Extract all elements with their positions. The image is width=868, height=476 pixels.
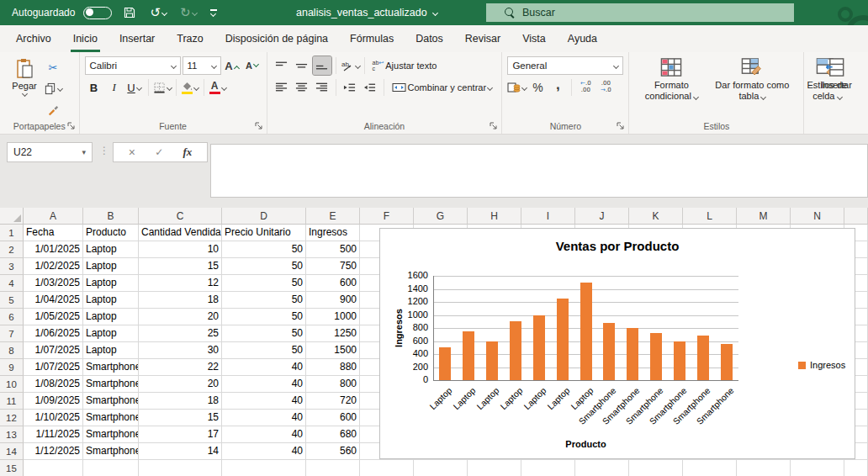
cell[interactable]: 1500 <box>306 342 360 359</box>
cell[interactable]: Ingresos <box>306 225 360 241</box>
cell[interactable]: Laptop <box>83 241 139 258</box>
copy-button[interactable] <box>44 79 62 98</box>
align-top-button[interactable] <box>273 56 291 75</box>
cell[interactable]: 880 <box>306 359 360 376</box>
cell[interactable] <box>844 460 868 476</box>
cell[interactable]: 1000 <box>306 309 360 325</box>
wrap-text-button[interactable]: ab↩c Ajustar texto <box>369 56 441 75</box>
cell[interactable]: 680 <box>306 426 360 443</box>
cell[interactable] <box>575 460 629 476</box>
tab-vista[interactable]: Vista <box>511 25 557 52</box>
cell[interactable]: 12 <box>139 275 222 292</box>
bar-laptop-500[interactable] <box>439 347 451 380</box>
cell[interactable] <box>414 460 468 476</box>
cell[interactable]: 50 <box>222 325 306 342</box>
cell[interactable]: 10 <box>139 241 222 258</box>
cell[interactable]: 1/01/2025 <box>24 241 83 258</box>
column-header-D[interactable]: D <box>222 208 306 225</box>
increase-font-button[interactable]: A <box>223 56 241 75</box>
bar-smartphone-880[interactable] <box>603 323 615 380</box>
orientation-button[interactable]: ab <box>341 56 360 75</box>
cell[interactable]: 720 <box>306 393 360 410</box>
accounting-format-button[interactable] <box>507 78 527 97</box>
bar-laptop-1000[interactable] <box>533 315 545 381</box>
bar-laptop-600[interactable] <box>486 341 498 381</box>
column-header-partial[interactable] <box>844 208 868 225</box>
column-header-F[interactable]: F <box>360 208 414 225</box>
cut-button[interactable]: ✂ <box>44 58 62 77</box>
dialog-launcher-icon[interactable] <box>66 121 77 131</box>
row-header-5[interactable]: 5 <box>0 292 24 309</box>
cell[interactable]: 1/03/2025 <box>24 275 83 292</box>
cell[interactable]: 600 <box>306 410 360 426</box>
tab-inicio[interactable]: Inicio <box>62 25 108 52</box>
autosave-toggle[interactable] <box>83 7 112 19</box>
percent-button[interactable]: % <box>528 78 547 97</box>
decrease-font-button[interactable]: A <box>243 56 262 75</box>
cancel-button[interactable]: × <box>129 145 135 159</box>
bar-smartphone-720[interactable] <box>650 333 662 380</box>
column-header-C[interactable]: C <box>139 208 222 225</box>
cell[interactable]: Smartphone <box>83 359 139 376</box>
cell[interactable]: Laptop <box>83 275 139 292</box>
cell[interactable]: 17 <box>139 426 222 443</box>
cell[interactable]: Laptop <box>83 258 139 275</box>
cell[interactable]: 800 <box>306 376 360 393</box>
cell[interactable]: 40 <box>222 359 306 376</box>
cell[interactable]: 20 <box>139 376 222 393</box>
column-header-H[interactable]: H <box>468 208 521 225</box>
row-header-2[interactable]: 2 <box>0 241 24 258</box>
cell[interactable]: 30 <box>139 342 222 359</box>
cell[interactable]: Fecha <box>24 225 83 241</box>
cell[interactable]: Smartphone <box>83 410 139 426</box>
cell[interactable] <box>306 460 360 476</box>
align-right-button[interactable] <box>313 78 331 97</box>
borders-button[interactable] <box>153 78 172 97</box>
row-header-3[interactable]: 3 <box>0 258 24 275</box>
cell[interactable] <box>139 460 222 476</box>
cell[interactable]: 500 <box>306 241 360 258</box>
paste-button[interactable]: Pegar <box>5 56 44 119</box>
bar-smartphone-560[interactable] <box>721 344 733 380</box>
column-header-M[interactable]: M <box>737 208 791 225</box>
cell[interactable]: 1/11/2025 <box>24 426 83 443</box>
format-painter-button[interactable] <box>44 100 62 119</box>
dialog-launcher-icon[interactable] <box>489 121 499 131</box>
bar-smartphone-600[interactable] <box>674 341 685 381</box>
row-header-6[interactable]: 6 <box>0 309 24 325</box>
select-all-corner[interactable] <box>0 208 24 225</box>
bar-laptop-1250[interactable] <box>557 299 569 380</box>
cell[interactable]: Cantidad Vendida <box>139 225 222 241</box>
bar-laptop-750[interactable] <box>463 331 474 380</box>
row-header-14[interactable]: 14 <box>0 443 24 460</box>
cell[interactable]: 560 <box>306 443 360 460</box>
row-header-12[interactable]: 12 <box>0 410 24 426</box>
cell[interactable] <box>83 460 139 476</box>
cell[interactable]: 50 <box>222 275 306 292</box>
cell[interactable]: 50 <box>222 258 306 275</box>
column-header-N[interactable]: N <box>791 208 844 225</box>
column-header-L[interactable]: L <box>683 208 737 225</box>
decrease-decimal-button[interactable]: .00→.0 <box>596 78 615 97</box>
cell[interactable]: 18 <box>139 393 222 410</box>
dialog-launcher-icon[interactable] <box>616 121 626 131</box>
align-left-button[interactable] <box>273 78 291 97</box>
cell[interactable]: Laptop <box>83 325 139 342</box>
cell[interactable] <box>737 460 791 476</box>
tab-ayuda[interactable]: Ayuda <box>557 25 608 52</box>
cell[interactable]: Producto <box>83 225 139 241</box>
cell[interactable]: Laptop <box>83 292 139 309</box>
cell[interactable]: 1250 <box>306 325 360 342</box>
cell[interactable]: 40 <box>222 393 306 410</box>
cell[interactable]: 1/07/2025 <box>24 342 83 359</box>
tab-archivo[interactable]: Archivo <box>5 25 62 52</box>
cell[interactable]: 1/08/2025 <box>24 376 83 393</box>
cell[interactable] <box>629 460 683 476</box>
cell[interactable]: 50 <box>222 342 306 359</box>
tab-fórmulas[interactable]: Fórmulas <box>339 25 405 52</box>
comma-button[interactable]: , <box>548 78 567 97</box>
row-header-9[interactable]: 9 <box>0 359 24 376</box>
row-header-10[interactable]: 10 <box>0 376 24 393</box>
cell[interactable]: 1/07/2025 <box>24 359 83 376</box>
cell[interactable]: 18 <box>139 292 222 309</box>
